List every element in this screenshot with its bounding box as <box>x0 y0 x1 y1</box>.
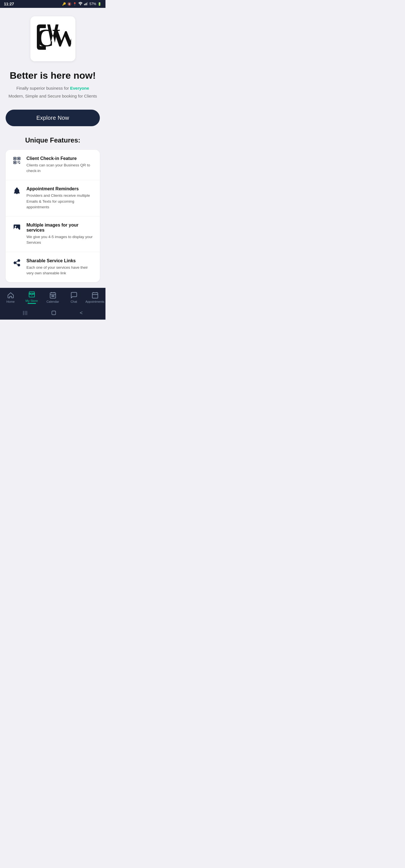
hero-subtitle-line2: Modern, Simple and Secure booking for Cl… <box>8 93 97 99</box>
hero-subtitle-line1: Finally superior business for Everyone <box>16 85 89 92</box>
status-bar: 11:27 🔑 🔇 📍 57% 🔋 <box>0 0 106 8</box>
svg-rect-31 <box>53 296 54 296</box>
svg-point-0 <box>80 5 81 5</box>
image-icon <box>11 223 23 231</box>
feature-title-reminders: Appointment Reminders <box>26 186 94 191</box>
mute-icon: 🔇 <box>67 2 71 6</box>
battery-icon: 🔋 <box>97 2 102 6</box>
svg-rect-14 <box>18 162 19 162</box>
mystore-active-indicator <box>28 303 36 304</box>
hero-title: Better is here now! <box>9 70 96 81</box>
svg-rect-3 <box>86 3 87 5</box>
status-icons: 🔑 🔇 📍 57% 🔋 <box>62 2 102 6</box>
feature-text-links: Sharable Service Links Each one of your … <box>26 258 94 276</box>
system-nav-home[interactable] <box>51 310 57 316</box>
svg-rect-17 <box>19 163 20 164</box>
nav-item-mystore[interactable]: My Store <box>21 291 42 304</box>
subtitle-highlight: Everyone <box>70 86 89 91</box>
share-icon <box>11 259 23 267</box>
key-icon: 🔑 <box>62 2 66 6</box>
svg-text:CW: CW <box>36 24 71 51</box>
features-card: Client Check-in Feature Clients can scan… <box>6 150 100 282</box>
feature-text-checkin: Client Check-in Feature Clients can scan… <box>26 156 94 174</box>
svg-rect-7 <box>15 158 16 159</box>
bell-icon <box>11 187 23 195</box>
status-time: 11:27 <box>4 2 14 6</box>
nav-label-mystore: My Store <box>25 299 38 303</box>
feature-item-images: Multiple images for your services We giv… <box>6 216 100 252</box>
svg-line-24 <box>16 261 18 262</box>
svg-rect-32 <box>52 311 56 314</box>
feature-text-images: Multiple images for your services We giv… <box>26 223 94 246</box>
nav-item-calendar[interactable]: Calendar <box>42 291 63 303</box>
nav-item-home[interactable]: Home <box>0 291 21 303</box>
wifi-icon <box>78 2 83 6</box>
feature-item-reminders: Appointment Reminders Providers and Clie… <box>6 180 100 216</box>
svg-point-19 <box>15 226 16 227</box>
logo-container: CW <box>30 16 76 61</box>
svg-rect-13 <box>19 161 20 162</box>
feature-title-links: Sharable Service Links <box>26 258 94 264</box>
svg-rect-11 <box>15 162 16 163</box>
system-nav-back[interactable]: < <box>80 310 83 316</box>
location-icon: 📍 <box>73 2 77 6</box>
subtitle-part1: Finally superior business for <box>16 86 70 91</box>
feature-desc-reminders: Providers and Clients receive multiple E… <box>26 193 94 210</box>
svg-rect-16 <box>18 162 18 163</box>
feature-text-reminders: Appointment Reminders Providers and Clie… <box>26 186 94 210</box>
feature-title-images: Multiple images for your services <box>26 223 94 233</box>
feature-desc-checkin: Clients can scan your Business QR to che… <box>26 162 94 174</box>
logo-text: CW <box>35 23 71 55</box>
nav-item-appointments[interactable]: Appointments <box>84 291 106 303</box>
feature-item-links: Sharable Service Links Each one of your … <box>6 252 100 282</box>
svg-line-23 <box>16 263 18 265</box>
system-nav-recent[interactable]: ||| <box>23 310 28 315</box>
nav-label-appointments: Appointments <box>86 300 104 303</box>
explore-now-button[interactable]: Explore Now <box>6 110 100 126</box>
qr-code-icon <box>11 157 23 164</box>
svg-rect-1 <box>84 4 85 5</box>
battery-text: 57% <box>89 2 96 6</box>
nav-label-chat: Chat <box>70 300 77 303</box>
svg-rect-29 <box>52 296 52 296</box>
nav-item-chat[interactable]: Chat <box>63 291 84 303</box>
svg-rect-4 <box>87 2 87 5</box>
feature-title-checkin: Client Check-in Feature <box>26 156 94 161</box>
signal-icon <box>84 2 88 6</box>
feature-desc-links: Each one of your services have their ver… <box>26 265 94 276</box>
svg-rect-2 <box>85 3 86 5</box>
system-nav-bar: ||| < <box>0 306 106 319</box>
nav-label-home: Home <box>6 300 15 303</box>
svg-rect-25 <box>50 292 56 298</box>
feature-item-checkin: Client Check-in Feature Clients can scan… <box>6 150 100 181</box>
features-title: Unique Features: <box>25 136 80 144</box>
bottom-nav: Home My Store Calendar Chat <box>0 288 106 306</box>
svg-rect-12 <box>18 161 18 162</box>
main-content: CW Better is here now! Finally superior … <box>0 8 106 288</box>
nav-label-calendar: Calendar <box>47 300 59 303</box>
svg-rect-30 <box>52 296 53 296</box>
svg-rect-9 <box>18 158 20 159</box>
svg-rect-15 <box>20 162 20 162</box>
feature-desc-images: We give you 4-5 images to display your S… <box>26 234 94 246</box>
